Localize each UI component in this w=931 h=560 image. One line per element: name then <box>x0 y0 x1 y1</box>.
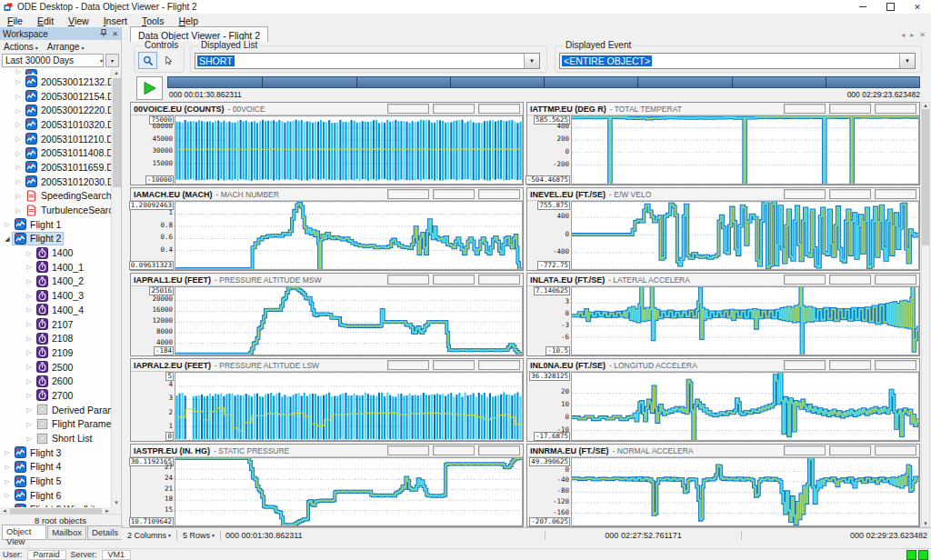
tab-object-view[interactable]: Object View <box>2 525 46 540</box>
tree-item[interactable]: ▷200531010320.D03 <box>0 117 112 132</box>
tree-item-body[interactable]: Flight 3 <box>12 445 64 459</box>
tree-item[interactable]: ◢Flight 2 <box>0 232 112 246</box>
arrange-menu-button[interactable]: Arrange▾ <box>47 42 85 52</box>
chart-plot[interactable] <box>571 372 919 441</box>
tree-item-body[interactable]: 200530012220.D39 <box>23 104 112 117</box>
expand-icon[interactable]: ▷ <box>25 278 34 285</box>
tree-item-body[interactable]: 2600 <box>34 375 75 388</box>
expand-icon[interactable]: ▷ <box>14 135 23 142</box>
menu-insert[interactable]: Insert <box>96 15 135 26</box>
tree-item[interactable]: ▷1400_2 <box>0 275 112 289</box>
tree-item[interactable]: ▷200530012154.D46 <box>0 89 112 104</box>
tree-item-body[interactable]: 200531011659.D58 <box>23 160 112 174</box>
tab-details[interactable]: Details <box>87 525 123 540</box>
expand-icon[interactable]: ▷ <box>25 250 34 256</box>
tree-item-body[interactable]: Short List <box>34 432 95 445</box>
tree-item-body[interactable]: 1400 <box>34 246 75 260</box>
tree-item-body[interactable]: 200531011408.D00 <box>23 146 112 160</box>
tree-item-body[interactable]: 2107 <box>34 317 75 331</box>
menu-edit[interactable]: Edit <box>30 15 61 26</box>
tree-item-body[interactable]: 200531010320.D03 <box>23 117 112 131</box>
expand-icon[interactable]: ▷ <box>3 464 12 470</box>
chart-plot[interactable] <box>571 286 919 355</box>
tree-item[interactable]: ▷TurbulenceSearchExp <box>0 203 112 217</box>
tree-item[interactable]: ▷200531011210.D21 <box>0 132 112 146</box>
expand-icon[interactable]: ▷ <box>3 478 12 485</box>
tree-item[interactable]: ▷2600 <box>0 374 112 388</box>
chart-header[interactable]: IAPRAL1.EU (FEET)- PRESSURE ALTITUDE MSW <box>131 274 523 286</box>
expand-icon[interactable]: ▷ <box>25 435 34 442</box>
collapse-icon[interactable]: ◢ <box>3 235 12 242</box>
chart-header[interactable]: 00VOICE.EU (COUNTS)- 00VOICE <box>131 103 523 115</box>
tree-item[interactable]: ▷Flight 6 <box>0 488 112 503</box>
expand-icon[interactable]: ▷ <box>3 221 12 227</box>
tree-item-body[interactable]: 1400_1 <box>34 260 86 274</box>
tree-item[interactable]: ▷200531011408.D00 <box>0 145 112 160</box>
tree-item[interactable]: ▷ <box>0 68 112 75</box>
expand-icon[interactable]: ▷ <box>25 349 34 355</box>
scroll-up-icon[interactable]: ▲ <box>923 103 928 108</box>
tree-item-body[interactable]: 2500 <box>34 360 75 374</box>
scroll-down-icon[interactable]: ▼ <box>112 498 121 507</box>
displayed-event-combobox[interactable]: <ENTIRE OBJECT> ▼ <box>559 53 916 69</box>
tree-item[interactable]: ▷Flight 5 <box>0 474 112 488</box>
play-button[interactable] <box>136 76 163 100</box>
tab-mailbox[interactable]: Mailbox <box>47 525 86 540</box>
expand-icon[interactable]: ▷ <box>3 492 12 498</box>
chart-plot[interactable] <box>571 457 919 526</box>
date-filter-dropdown[interactable]: Last 30000 Days ▾ <box>2 54 104 67</box>
tree-item[interactable]: ▷2107 <box>0 317 112 332</box>
tree-item[interactable]: ▷1400 <box>0 245 112 260</box>
tree-item-body[interactable]: Flight Parameters <box>34 417 112 431</box>
tree-item[interactable]: ▷200530012132.D52 <box>0 75 112 89</box>
nav-right-icon[interactable]: ▸ <box>910 31 914 39</box>
tree-item[interactable]: ▷Derived Parameters <box>0 403 112 417</box>
tree-item[interactable]: ▷200531011659.D58 <box>0 160 112 175</box>
chart-header[interactable]: INNRMA.EU (FT./SE)- NORMAL ACCELERA <box>527 445 919 457</box>
tree-item-body[interactable]: 200531011210.D21 <box>23 132 112 145</box>
expand-icon[interactable]: ▷ <box>14 121 23 127</box>
chart-header[interactable]: IATTMP.EU (DEG R)- TOTAL TEMPERAT <box>527 103 919 115</box>
expand-icon[interactable]: ▷ <box>25 392 34 398</box>
tree-item[interactable]: ▷1400_1 <box>0 260 112 275</box>
filter-extra-button[interactable]: ▾ <box>105 54 119 67</box>
chart-header[interactable]: INLATA.EU (FT./SE)- LATERAL ACCELERA <box>527 274 919 286</box>
scrollbar-thumb[interactable] <box>922 109 929 245</box>
tree-item[interactable]: ▷2500 <box>0 360 112 375</box>
tree-item-body[interactable]: 2700 <box>34 388 75 402</box>
menu-view[interactable]: View <box>61 15 96 26</box>
tree-item-body[interactable]: TurbulenceSearchExp <box>23 204 112 217</box>
expand-icon[interactable]: ▷ <box>25 406 34 413</box>
expand-icon[interactable]: ▷ <box>14 207 23 214</box>
tree-item[interactable]: ▷1400_4 <box>0 303 112 317</box>
expand-icon[interactable]: ▷ <box>25 306 34 313</box>
combo-arrow-icon[interactable]: ▼ <box>524 54 539 68</box>
tree-item[interactable]: ▷2700 <box>0 388 112 403</box>
pointer-tool-button[interactable] <box>159 52 178 69</box>
chart-header[interactable]: IASTPR.EU (IN. HG)- STATIC PRESSURE <box>131 445 523 457</box>
expand-icon[interactable]: ▷ <box>14 68 23 75</box>
tree-item-body[interactable]: Flight 4 <box>12 460 64 474</box>
chart-header[interactable]: INL0NA.EU (FT./SE)- LONGITUD ACCELERA <box>527 359 919 372</box>
chart-plot[interactable] <box>175 115 523 185</box>
tree-item-body[interactable]: 200530012154.D46 <box>23 89 112 103</box>
expand-icon[interactable]: ▷ <box>25 293 34 299</box>
expand-icon[interactable]: ▷ <box>14 178 23 185</box>
tree-item-body[interactable]: 1400_3 <box>34 289 86 303</box>
tree-item-body[interactable]: Flight 2 <box>12 232 64 245</box>
tree-item[interactable]: ▷Flight 1 <box>0 217 112 232</box>
tree-item-body[interactable] <box>23 68 44 75</box>
expand-icon[interactable]: ▷ <box>3 449 12 455</box>
tree-item-body[interactable]: SpeedingSearchExpr <box>23 189 112 203</box>
tree-item[interactable]: ▷Flight Parameters <box>0 417 112 432</box>
tree-item[interactable]: ▷Flight 4 <box>0 460 112 475</box>
scroll-down-icon[interactable]: ▼ <box>923 521 928 526</box>
tree-item[interactable]: ▷2108 <box>0 331 112 345</box>
chart-plot[interactable] <box>175 372 523 441</box>
tree-item-body[interactable]: Derived Parameters <box>34 403 112 416</box>
close-button[interactable]: ✕ <box>904 0 931 14</box>
tree-item-body[interactable]: 1400_4 <box>34 303 86 316</box>
expand-icon[interactable]: ▷ <box>14 193 23 199</box>
columns-dropdown[interactable]: 2 Columns▾ <box>122 530 177 541</box>
menu-help[interactable]: Help <box>171 15 205 26</box>
